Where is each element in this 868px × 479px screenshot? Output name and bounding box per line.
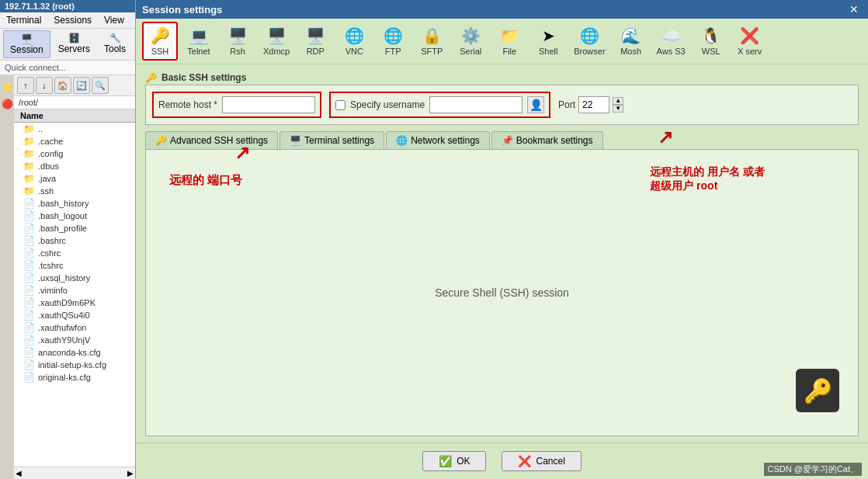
proto-item-sftp[interactable]: 🔒SFTP	[414, 23, 450, 59]
file-name: .cache	[38, 137, 63, 146]
proto-item-browser[interactable]: 🌐Browser	[569, 23, 609, 59]
proto-item-xserv[interactable]: ❌X serv	[732, 23, 768, 59]
proto-item-shell[interactable]: ➤Shell	[530, 23, 566, 59]
proto-item-rsh[interactable]: 🖥️Rsh	[220, 23, 255, 59]
proto-item-mosh[interactable]: 🌊Mosh	[613, 23, 649, 59]
circle-icon[interactable]: 🔴	[2, 99, 13, 109]
file-name: ..	[38, 124, 43, 134]
menu-view[interactable]: View	[98, 13, 130, 27]
list-item[interactable]: 📄.bashrc	[14, 234, 135, 247]
dialog-close-button[interactable]: ✕	[846, 3, 862, 16]
annotation-username-text: 远程主机的 用户名 或者 超级用户 root	[650, 165, 765, 193]
specify-username-checkbox[interactable]	[335, 100, 345, 110]
proto-item-vnc[interactable]: 🌐VNC	[336, 23, 372, 59]
toolbar-session-btn[interactable]: 🖥️ Session	[3, 30, 50, 58]
toolbar-servers-btn[interactable]: 🗄️ Servers	[52, 30, 96, 58]
list-item[interactable]: 📁..	[14, 123, 135, 135]
proto-item-ftp[interactable]: 🌐FTP	[375, 23, 411, 59]
proto-icon-shell: ➤	[542, 26, 555, 45]
subtab-label-bookmark: Bookmark settings	[516, 135, 593, 146]
side-icons-strip: ⭐ 🔴	[0, 75, 14, 479]
file-name: .dbus	[38, 161, 59, 171]
path-text: /root/	[19, 98, 38, 107]
protocol-row: 🔑SSH💻Telnet🖥️Rsh🖥️Xdmcp🖥️RDP🌐VNC🌐FTP🔒SFT…	[136, 19, 868, 64]
list-item[interactable]: 📄.bash_history	[14, 197, 135, 210]
proto-icon-telnet: 💻	[189, 26, 209, 45]
file-name: .bashrc	[38, 236, 66, 245]
subtab-bookmark[interactable]: 📌Bookmark settings	[491, 131, 603, 149]
menu-bar: Terminal Sessions View	[0, 12, 135, 29]
list-item[interactable]: 📄anaconda-ks.cfg	[14, 346, 135, 359]
list-item[interactable]: 📄.bash_logout	[14, 210, 135, 222]
list-item[interactable]: 📁.ssh	[14, 185, 135, 197]
proto-icon-serial: ⚙️	[461, 26, 481, 45]
subtab-terminal[interactable]: 🖥️Terminal settings	[279, 131, 384, 149]
toolbar-home-btn[interactable]: 🏠	[54, 77, 71, 94]
main-area: Session settings ✕ 🔑SSH💻Telnet🖥️Rsh🖥️Xdm…	[136, 0, 868, 479]
list-item[interactable]: 📁.dbus	[14, 160, 135, 172]
proto-item-wsl[interactable]: 🐧WSL	[693, 23, 729, 59]
quick-connect[interactable]: Quick connect...	[0, 61, 135, 75]
star-icon[interactable]: ⭐	[2, 82, 13, 92]
arrow-port-icon: ↗	[234, 142, 250, 164]
col-header-name: Name	[14, 109, 135, 123]
subtab-advanced[interactable]: 🔑Advanced SSH settings	[145, 131, 278, 149]
port-spinner: ▲ ▼	[613, 97, 623, 113]
proto-item-telnet[interactable]: 💻Telnet	[181, 23, 217, 59]
file-icon: 📁	[23, 148, 35, 159]
port-down-btn[interactable]: ▼	[613, 105, 623, 113]
list-item[interactable]: 📄.xauthufwfon	[14, 321, 135, 334]
proto-label-mosh: Mosh	[620, 47, 641, 56]
toolbar-refresh-btn[interactable]: 🔄	[73, 77, 90, 94]
ok-button[interactable]: ✅ OK	[422, 451, 486, 471]
file-name: .bash_logout	[38, 211, 87, 220]
list-item[interactable]: 📄.viminfo	[14, 284, 135, 297]
list-item[interactable]: 📄.xauthQSu4i0	[14, 309, 135, 321]
proto-icon-rdp: 🖥️	[306, 26, 325, 45]
subtab-network[interactable]: 🌐Network settings	[386, 131, 490, 149]
list-item[interactable]: 📄.bash_profile	[14, 222, 135, 234]
list-item[interactable]: 📄initial-setup-ks.cfg	[14, 359, 135, 371]
proto-item-xdmcp[interactable]: 🖥️Xdmcp	[259, 23, 294, 59]
port-input[interactable]	[578, 96, 609, 113]
list-item[interactable]: 📄.cshrc	[14, 247, 135, 259]
file-icon: 📄	[23, 322, 35, 333]
proto-item-serial[interactable]: ⚙️Serial	[453, 23, 488, 59]
dialog-buttons: ✅ OK ❌ Cancel	[136, 443, 868, 479]
scroll-left-icon[interactable]: ◀	[16, 469, 22, 477]
menu-terminal[interactable]: Terminal	[0, 13, 47, 27]
tools-label: Tools	[104, 43, 126, 54]
cancel-icon: ❌	[518, 455, 531, 467]
proto-item-ssh[interactable]: 🔑SSH	[142, 22, 178, 61]
list-item[interactable]: 📁.java	[14, 172, 135, 185]
toolbar-up-btn[interactable]: ↑	[17, 77, 34, 94]
basic-ssh-title: 🔑 Basic SSH settings	[145, 71, 859, 85]
proto-item-rdp[interactable]: 🖥️RDP	[297, 23, 333, 59]
remote-host-label: Remote host *	[158, 99, 217, 110]
toolbar-filter-btn[interactable]: 🔍	[92, 77, 109, 94]
proto-icon-file: 📁	[500, 26, 519, 45]
list-item[interactable]: 📁.config	[14, 148, 135, 160]
list-item[interactable]: 📄.xauthY9UnjV	[14, 334, 135, 346]
ssh-title-icon: 🔑	[145, 72, 157, 83]
user-icon-button[interactable]: 👤	[527, 96, 544, 113]
annotation-port: 远程的 端口号 ↗	[169, 173, 242, 188]
list-item[interactable]: 📁.cache	[14, 135, 135, 148]
port-up-btn[interactable]: ▲	[613, 97, 623, 105]
menu-sessions[interactable]: Sessions	[47, 13, 98, 27]
file-toolbar: ↑ ↓ 🏠 🔄 🔍	[14, 75, 135, 96]
cancel-button[interactable]: ❌ Cancel	[502, 451, 581, 471]
remote-host-input[interactable]	[222, 96, 315, 113]
file-name: .xauthQSu4i0	[38, 311, 90, 320]
proto-item-awss3[interactable]: ☁️Aws S3	[652, 23, 690, 59]
list-item[interactable]: 📄.uxsql_history	[14, 272, 135, 284]
proto-item-file[interactable]: 📁File	[491, 23, 527, 59]
list-item[interactable]: 📄.tcshrc	[14, 259, 135, 272]
username-input[interactable]	[429, 96, 523, 113]
toolbar-down-btn[interactable]: ↓	[36, 77, 53, 94]
toolbar-tools-btn[interactable]: 🔧 Tools	[98, 30, 132, 58]
scroll-right-icon[interactable]: ▶	[127, 469, 134, 477]
cancel-label: Cancel	[536, 456, 564, 467]
list-item[interactable]: 📄.xauthD9m6PK	[14, 297, 135, 309]
list-item[interactable]: 📄original-ks.cfg	[14, 371, 135, 384]
